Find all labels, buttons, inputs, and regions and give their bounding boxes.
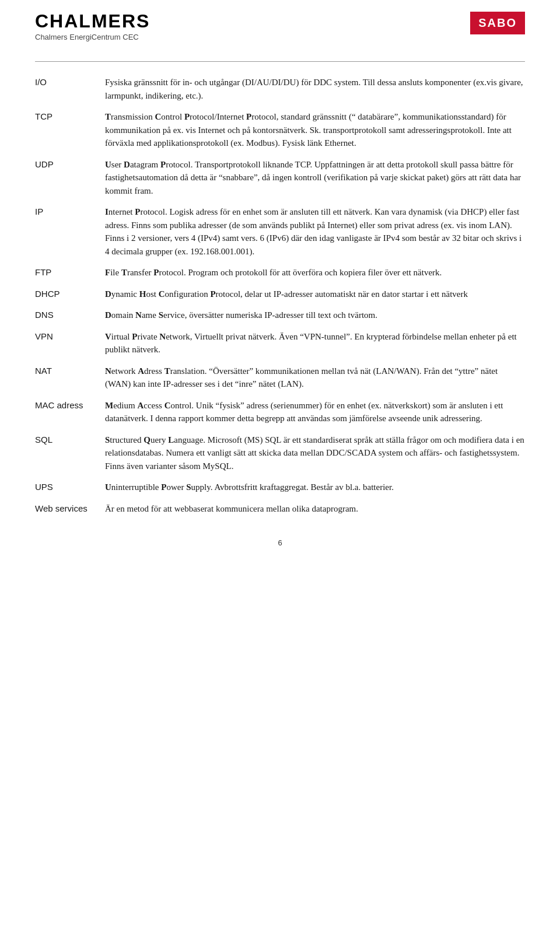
table-row: UDPUser Datagram Protocol. Transportprot… [35,156,525,204]
sabo-box: SABO [470,12,525,34]
page-number: 6 [35,538,525,547]
desc-cell: Dynamic Host Configuration Protocol, del… [105,285,525,307]
desc-cell: User Datagram Protocol. Transportprotoko… [105,156,525,204]
term-cell: NAT [35,362,105,397]
table-row: VPNVirtual Private Network, Virtuellt pr… [35,328,525,362]
table-row: SQLStructured Query Language. Microsoft … [35,431,525,479]
term-cell: DHCP [35,285,105,307]
chalmers-title: CHALMERS [35,12,150,30]
table-row: I/OFysiska gränssnitt för in- och utgång… [35,74,525,108]
term-cell: I/O [35,74,105,108]
header-left: CHALMERS Chalmers EnergiCentrum CEC [35,12,150,41]
desc-cell: Medium Access Control. Unik “fysisk” adr… [105,397,525,431]
subtitle: Chalmers EnergiCentrum CEC [35,33,150,41]
sabo-logo: SABO [478,12,525,44]
divider [35,61,525,62]
table-row: DNSDomain Name Service, översätter numer… [35,306,525,328]
desc-cell: Structured Query Language. Microsoft (MS… [105,431,525,479]
term-cell: MAC adress [35,397,105,431]
table-row: MAC adressMedium Access Control. Unik “f… [35,397,525,431]
table-row: NATNetwork Adress Translation. “Översätt… [35,362,525,397]
term-cell: SQL [35,431,105,479]
desc-cell: Är en metod för att webbaserat kommunice… [105,500,525,522]
header: CHALMERS Chalmers EnergiCentrum CEC SABO [35,12,525,44]
term-cell: Web services [35,500,105,522]
table-row: TCPTransmission Control Protocol/Interne… [35,108,525,156]
content-table: I/OFysiska gränssnitt för in- och utgång… [35,74,525,521]
desc-cell: Internet Protocol. Logisk adress för en … [105,203,525,264]
term-cell: DNS [35,306,105,328]
desc-cell: Uninterruptible Power Supply. Avbrottsfr… [105,478,525,500]
table-row: IPInternet Protocol. Logisk adress för e… [35,203,525,264]
desc-cell: File Transfer Protocol. Program och prot… [105,264,525,285]
desc-cell: Transmission Control Protocol/Internet P… [105,108,525,156]
term-cell: VPN [35,328,105,362]
desc-cell: Network Adress Translation. “Översätter”… [105,362,525,397]
term-cell: UPS [35,478,105,500]
table-row: UPSUninterruptible Power Supply. Avbrott… [35,478,525,500]
desc-cell: Domain Name Service, översätter numerisk… [105,306,525,328]
desc-cell: Fysiska gränssnitt för in- och utgångar … [105,74,525,108]
page: CHALMERS Chalmers EnergiCentrum CEC SABO… [0,0,560,945]
table-row: DHCPDynamic Host Configuration Protocol,… [35,285,525,307]
table-row: FTPFile Transfer Protocol. Program och p… [35,264,525,285]
table-row: Web servicesÄr en metod för att webbaser… [35,500,525,522]
term-cell: FTP [35,264,105,285]
term-cell: UDP [35,156,105,204]
term-cell: IP [35,203,105,264]
desc-cell: Virtual Private Network, Virtuellt priva… [105,328,525,362]
term-cell: TCP [35,108,105,156]
